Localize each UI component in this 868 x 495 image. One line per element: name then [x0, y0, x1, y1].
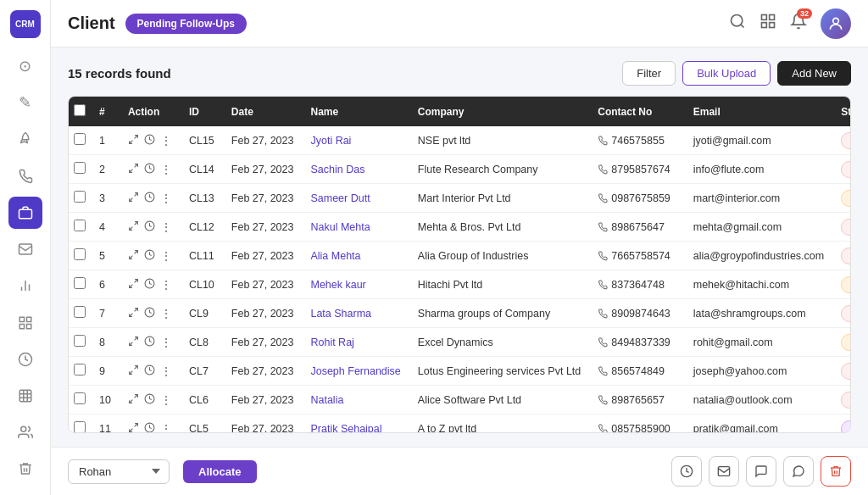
- expand-icon[interactable]: [128, 422, 139, 434]
- row-checkbox-cell: [69, 126, 91, 155]
- more-icon[interactable]: ⋮: [160, 422, 172, 434]
- expand-icon[interactable]: [128, 192, 139, 205]
- sidebar-item-users[interactable]: [8, 417, 42, 448]
- row-checkbox[interactable]: [74, 364, 86, 375]
- row-num: 5: [91, 242, 120, 270]
- row-id: CL15: [181, 126, 223, 155]
- sidebar-item-client[interactable]: [8, 197, 42, 228]
- sidebar-item-email[interactable]: [8, 234, 42, 265]
- expand-icon[interactable]: [128, 163, 139, 176]
- row-name[interactable]: Mehek kaur: [302, 270, 409, 299]
- row-company: Excel Dynamics: [409, 328, 589, 357]
- expand-icon[interactable]: [128, 249, 139, 263]
- sidebar-item-reports[interactable]: [8, 270, 42, 302]
- schedule-row-icon[interactable]: [144, 249, 155, 263]
- expand-icon[interactable]: [128, 336, 139, 349]
- more-icon[interactable]: ⋮: [160, 336, 172, 349]
- row-name[interactable]: Joseph Fernandise: [302, 357, 409, 386]
- sidebar-item-phone[interactable]: [8, 160, 42, 192]
- sidebar-item-clock[interactable]: [8, 343, 42, 375]
- schedule-row-icon[interactable]: [144, 192, 155, 205]
- expand-icon[interactable]: [128, 364, 139, 378]
- row-name[interactable]: Natalia: [302, 386, 409, 414]
- more-icon[interactable]: ⋮: [160, 220, 172, 234]
- select-all-checkbox[interactable]: [74, 104, 86, 116]
- more-icon[interactable]: ⋮: [160, 393, 172, 407]
- schedule-row-icon[interactable]: [144, 307, 155, 320]
- sidebar-item-dashboard[interactable]: ⊙: [8, 50, 42, 81]
- expand-icon[interactable]: [128, 393, 139, 407]
- schedule-row-icon[interactable]: [144, 422, 155, 434]
- schedule-row-icon[interactable]: [144, 336, 155, 349]
- page-title: Client: [68, 14, 115, 33]
- row-contact: 8909874643: [589, 299, 684, 328]
- bottom-action-icons: [671, 456, 851, 487]
- more-icon[interactable]: ⋮: [160, 307, 172, 320]
- row-name[interactable]: Nakul Mehta: [302, 213, 409, 242]
- schedule-row-icon[interactable]: [144, 393, 155, 407]
- row-checkbox[interactable]: [74, 421, 86, 433]
- avatar[interactable]: [821, 8, 851, 39]
- expand-icon[interactable]: [128, 220, 139, 234]
- notification-icon[interactable]: 32: [790, 13, 807, 34]
- expand-icon[interactable]: [128, 307, 139, 320]
- row-checkbox[interactable]: [74, 335, 86, 347]
- more-icon[interactable]: ⋮: [160, 134, 172, 147]
- apps-icon[interactable]: [760, 13, 776, 34]
- add-new-button[interactable]: Add New: [777, 61, 851, 86]
- row-checkbox[interactable]: [74, 306, 86, 318]
- row-checkbox[interactable]: [74, 392, 86, 404]
- row-email: alia@groypofindustries.com: [685, 242, 832, 270]
- row-checkbox[interactable]: [74, 277, 86, 289]
- allocate-select[interactable]: Rohan: [68, 459, 170, 484]
- search-icon[interactable]: [729, 13, 746, 34]
- schedule-row-icon[interactable]: [144, 134, 155, 147]
- sidebar-item-trash[interactable]: [8, 453, 42, 485]
- schedule-row-icon[interactable]: [144, 163, 155, 176]
- whatsapp-icon-button[interactable]: [783, 456, 814, 487]
- row-contact: 856574849: [589, 357, 684, 386]
- chat-icon-button[interactable]: [746, 456, 776, 487]
- email-icon-button[interactable]: [709, 456, 739, 487]
- expand-icon[interactable]: [128, 278, 139, 292]
- expand-icon[interactable]: [128, 134, 139, 147]
- schedule-row-icon[interactable]: [144, 278, 155, 292]
- row-name[interactable]: Lata Sharma: [302, 299, 409, 328]
- row-email: pratik@gmail.com: [685, 414, 832, 434]
- sidebar-item-rocket[interactable]: [8, 124, 42, 155]
- schedule-row-icon[interactable]: [144, 220, 155, 234]
- row-name[interactable]: Rohit Raj: [302, 328, 409, 357]
- sidebar-item-tasks[interactable]: ✎: [8, 87, 42, 119]
- more-icon[interactable]: ⋮: [160, 278, 172, 292]
- sidebar-item-layers[interactable]: [8, 307, 42, 338]
- more-icon[interactable]: ⋮: [160, 163, 172, 176]
- filter-button[interactable]: Filter: [622, 61, 676, 86]
- sidebar-item-grid[interactable]: [8, 380, 42, 411]
- row-checkbox[interactable]: [74, 220, 86, 231]
- row-name[interactable]: Jyoti Rai: [302, 126, 409, 155]
- svg-point-14: [833, 18, 839, 24]
- row-name[interactable]: Sameer Dutt: [302, 184, 409, 213]
- bulk-upload-button[interactable]: Bulk Upload: [682, 61, 771, 86]
- row-id: CL7: [181, 357, 223, 386]
- schedule-row-icon[interactable]: [144, 364, 155, 378]
- delete-icon-button[interactable]: [821, 456, 851, 487]
- row-checkbox[interactable]: [74, 162, 86, 174]
- allocate-button[interactable]: Allocate: [183, 460, 257, 483]
- row-checkbox[interactable]: [74, 133, 86, 145]
- more-icon[interactable]: ⋮: [160, 249, 172, 263]
- row-name[interactable]: Pratik Sehajpal: [302, 414, 409, 434]
- row-checkbox[interactable]: [74, 248, 86, 260]
- col-num: #: [91, 97, 120, 126]
- svg-rect-3: [26, 317, 31, 321]
- row-name[interactable]: Sachin Das: [302, 155, 409, 184]
- pending-followups-badge[interactable]: Pending Follow-Ups: [125, 14, 247, 34]
- svg-rect-1: [19, 244, 31, 254]
- more-icon[interactable]: ⋮: [160, 192, 172, 205]
- row-checkbox[interactable]: [74, 191, 86, 203]
- more-icon[interactable]: ⋮: [160, 364, 172, 378]
- schedule-icon-button[interactable]: [671, 456, 702, 487]
- row-name[interactable]: Alia Mehta: [302, 242, 409, 270]
- col-contact: Contact No: [589, 97, 684, 126]
- row-actions: ⋮: [120, 357, 181, 386]
